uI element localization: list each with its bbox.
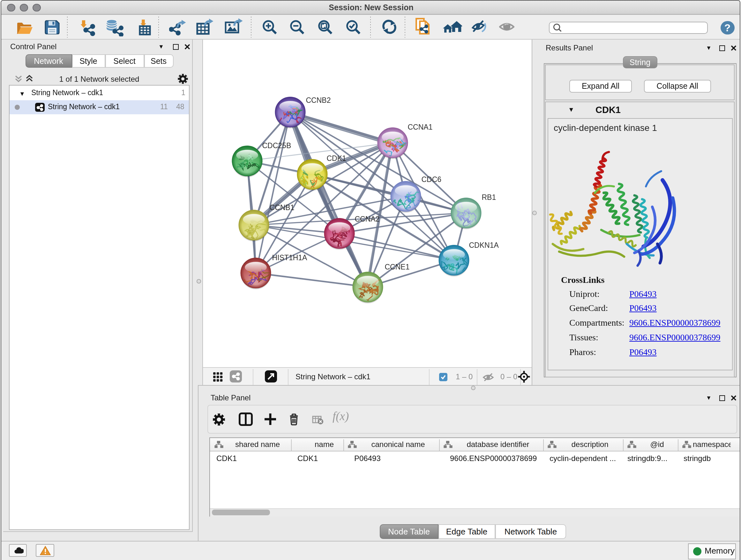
svg-text:CDC6: CDC6 [421,175,442,184]
svg-text:RB1: RB1 [482,193,496,201]
svg-text:CDKN1A: CDKN1A [469,241,499,249]
svg-text:CCNA2: CCNA2 [355,215,380,223]
svg-text:CCNA1: CCNA1 [408,123,433,131]
svg-text:CCNB2: CCNB2 [306,96,331,105]
svg-text:CCNE1: CCNE1 [385,263,410,271]
svg-text:CDC25B: CDC25B [262,141,291,150]
svg-text:CDK1: CDK1 [327,154,346,163]
svg-text:CCNB1: CCNB1 [270,203,294,212]
svg-text:HIST1H1A: HIST1H1A [272,253,308,262]
